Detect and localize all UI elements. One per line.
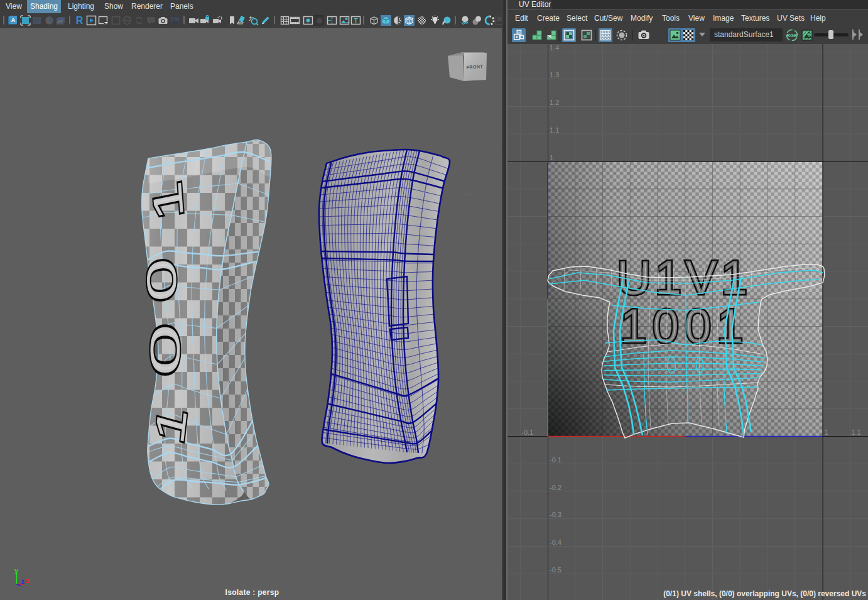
svg-text:x: x [26,577,30,584]
svg-text:-0.4: -0.4 [550,538,561,546]
svg-text:1: 1 [825,428,828,436]
svg-text:RGB: RGB [786,33,798,38]
svg-text:R: R [76,15,84,26]
svg-text:(0/1) UV shells, (0/0) overlap: (0/1) UV shells, (0/0) overlapping UVs, … [663,589,866,598]
svg-text:0: 0 [138,256,185,305]
svg-text:1.2: 1.2 [550,99,559,106]
svg-text:T: T [354,18,357,25]
svg-text:1.1: 1.1 [851,428,860,436]
svg-text:-0.5: -0.5 [550,566,561,574]
svg-text:1.3: 1.3 [550,71,559,79]
svg-text:A: A [11,17,16,23]
svg-text:FRONT: FRONT [466,63,484,70]
svg-text:y: y [14,567,19,574]
svg-text:-0.3: -0.3 [550,511,561,518]
svg-text:1: 1 [550,154,553,161]
svg-text:-0.2: -0.2 [550,484,561,491]
svg-text:1.1: 1.1 [550,126,559,134]
svg-text:-0.1: -0.1 [550,456,561,464]
svg-text:z: z [21,578,24,585]
svg-text:-0.1: -0.1 [521,428,533,436]
svg-text:0: 0 [142,324,188,376]
svg-text:1.4: 1.4 [550,44,559,52]
svg-text:LEFT: LEFT [464,192,474,198]
